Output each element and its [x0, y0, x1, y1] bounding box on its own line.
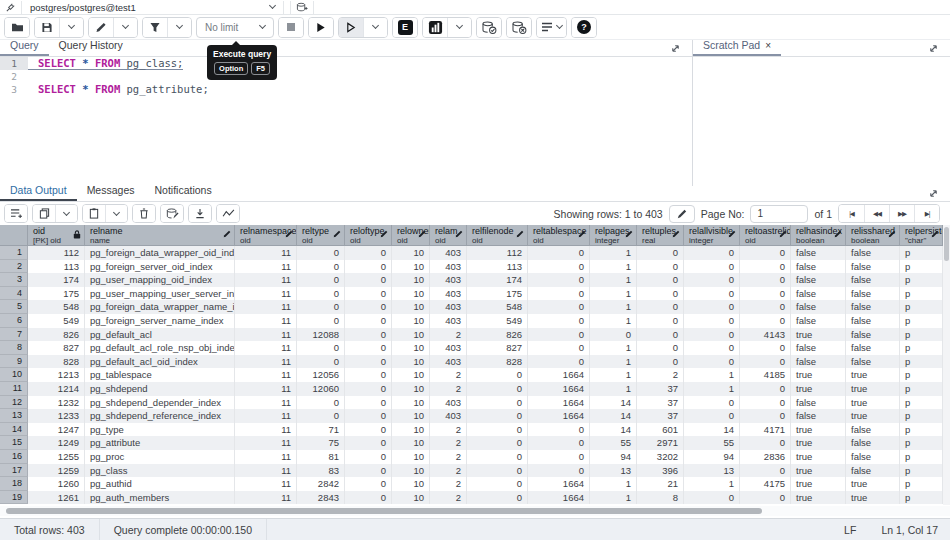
- cell-relpages[interactable]: 1: [590, 368, 637, 382]
- stop-button[interactable]: [279, 18, 303, 37]
- cell-reltoastrelid[interactable]: 4171: [740, 423, 791, 437]
- cell-relhasindex[interactable]: true: [791, 450, 846, 464]
- save-button[interactable]: [35, 18, 59, 37]
- cell-relpages[interactable]: 1: [590, 477, 637, 491]
- cell-relallvisible[interactable]: 0: [684, 328, 740, 342]
- cell-relowner[interactable]: 10: [392, 314, 430, 328]
- editor-line[interactable]: 2: [0, 70, 692, 83]
- cell-relpersister[interactable]: p: [900, 300, 943, 314]
- cell-oid[interactable]: 549: [28, 314, 85, 328]
- cell-relfilenode[interactable]: 549: [467, 314, 528, 328]
- cell-relisshared[interactable]: false: [846, 464, 900, 478]
- cell-reltoastrelid[interactable]: 0: [740, 491, 791, 505]
- cell-relhasindex[interactable]: true: [791, 368, 846, 382]
- rollback-button[interactable]: [507, 18, 531, 37]
- cell-relhasindex[interactable]: false: [791, 409, 846, 423]
- cell-reltype[interactable]: 71: [297, 423, 345, 437]
- cell-relname[interactable]: pg_foreign_server_oid_index: [85, 260, 235, 274]
- row-number[interactable]: 13: [0, 409, 28, 423]
- column-header-relname[interactable]: relnamename: [85, 225, 235, 246]
- cell-relname[interactable]: pg_default_acl: [85, 328, 235, 342]
- row-number[interactable]: 7: [0, 328, 28, 342]
- cell-oid[interactable]: 1232: [28, 396, 85, 410]
- cell-reltuples[interactable]: 0: [637, 314, 684, 328]
- cell-relisshared[interactable]: false: [846, 314, 900, 328]
- cell-relam[interactable]: 403: [430, 314, 467, 328]
- cell-reltoastrelid[interactable]: 0: [740, 436, 791, 450]
- cell-reltuples[interactable]: 37: [637, 382, 684, 396]
- cell-relname[interactable]: pg_class: [85, 464, 235, 478]
- cell-relallvisible[interactable]: 0: [684, 341, 740, 355]
- cell-reloftype[interactable]: 0: [345, 300, 392, 314]
- row-number[interactable]: 1: [0, 246, 28, 260]
- cell-relpersister[interactable]: p: [900, 382, 943, 396]
- cell-relpages[interactable]: 1: [590, 300, 637, 314]
- cell-relhasindex[interactable]: true: [791, 477, 846, 491]
- cell-reltuples[interactable]: 0: [637, 300, 684, 314]
- cell-reloftype[interactable]: 0: [345, 355, 392, 369]
- cell-reltype[interactable]: 83: [297, 464, 345, 478]
- row-number[interactable]: 19: [0, 491, 28, 505]
- cell-reltype[interactable]: 12056: [297, 368, 345, 382]
- cell-reltoastrelid[interactable]: 0: [740, 341, 791, 355]
- cell-relisshared[interactable]: true: [846, 396, 900, 410]
- cell-relpersister[interactable]: p: [900, 477, 943, 491]
- cell-relam[interactable]: 403: [430, 341, 467, 355]
- cell-relam[interactable]: 2: [430, 436, 467, 450]
- cell-relnamespace[interactable]: 11: [235, 423, 297, 437]
- cell-reltablespace[interactable]: 0: [528, 341, 590, 355]
- cell-relfilenode[interactable]: 0: [467, 436, 528, 450]
- cell-reltoastrelid[interactable]: 0: [740, 300, 791, 314]
- cell-reloftype[interactable]: 0: [345, 328, 392, 342]
- cell-relnamespace[interactable]: 11: [235, 409, 297, 423]
- scratch-pad-editor[interactable]: [693, 57, 950, 186]
- delete-row-button[interactable]: [133, 205, 155, 222]
- cell-reltype[interactable]: 0: [297, 273, 345, 287]
- cell-oid[interactable]: 1249: [28, 436, 85, 450]
- column-header-reltablespace[interactable]: reltablespaceoid: [528, 225, 590, 246]
- column-header-relisshared[interactable]: relissharedboolean: [846, 225, 900, 246]
- column-header-relpages[interactable]: relpagesinteger: [590, 225, 637, 246]
- cell-relhasindex[interactable]: true: [791, 464, 846, 478]
- editor-line[interactable]: 1SELECT * FROM pg_class;: [0, 57, 692, 70]
- cell-relallvisible[interactable]: 14: [684, 423, 740, 437]
- cell-relam[interactable]: 403: [430, 287, 467, 301]
- cell-reltoastrelid[interactable]: 0: [740, 355, 791, 369]
- cell-relallvisible[interactable]: 1: [684, 477, 740, 491]
- cell-relallvisible[interactable]: 0: [684, 491, 740, 505]
- cell-relhasindex[interactable]: false: [791, 341, 846, 355]
- cell-relpersister[interactable]: p: [900, 368, 943, 382]
- cell-oid[interactable]: 828: [28, 355, 85, 369]
- cell-relisshared[interactable]: false: [846, 328, 900, 342]
- cell-relisshared[interactable]: true: [846, 382, 900, 396]
- cell-relname[interactable]: pg_shdepend_depender_index: [85, 396, 235, 410]
- cell-reltype[interactable]: 81: [297, 450, 345, 464]
- cell-reltuples[interactable]: 0: [637, 341, 684, 355]
- cell-reltype[interactable]: 0: [297, 409, 345, 423]
- cell-relpages[interactable]: 1: [590, 341, 637, 355]
- cell-oid[interactable]: 1255: [28, 450, 85, 464]
- cell-relpersister[interactable]: p: [900, 450, 943, 464]
- paste-button[interactable]: [83, 205, 105, 222]
- cell-reltoastrelid[interactable]: 4185: [740, 368, 791, 382]
- cell-relfilenode[interactable]: 0: [467, 382, 528, 396]
- cell-reltuples[interactable]: 21: [637, 477, 684, 491]
- cell-relpages[interactable]: 1: [590, 273, 637, 287]
- cell-relpersister[interactable]: p: [900, 436, 943, 450]
- cell-oid[interactable]: 174: [28, 273, 85, 287]
- row-number[interactable]: 14: [0, 423, 28, 437]
- expand-editor-icon[interactable]: [670, 43, 682, 55]
- cell-relisshared[interactable]: false: [846, 450, 900, 464]
- cell-relowner[interactable]: 10: [392, 477, 430, 491]
- cell-reloftype[interactable]: 0: [345, 273, 392, 287]
- cell-relhasindex[interactable]: true: [791, 436, 846, 450]
- cell-reltoastrelid[interactable]: 0: [740, 464, 791, 478]
- cell-reltype[interactable]: 0: [297, 314, 345, 328]
- cell-relfilenode[interactable]: 0: [467, 396, 528, 410]
- explain-button[interactable]: E: [393, 18, 417, 37]
- column-header-reloftype[interactable]: reloftypeoid: [345, 225, 392, 246]
- cell-relname[interactable]: pg_user_mapping_user_server_index: [85, 287, 235, 301]
- cell-relpages[interactable]: 55: [590, 436, 637, 450]
- cell-reltuples[interactable]: 3202: [637, 450, 684, 464]
- row-number[interactable]: 3: [0, 273, 28, 287]
